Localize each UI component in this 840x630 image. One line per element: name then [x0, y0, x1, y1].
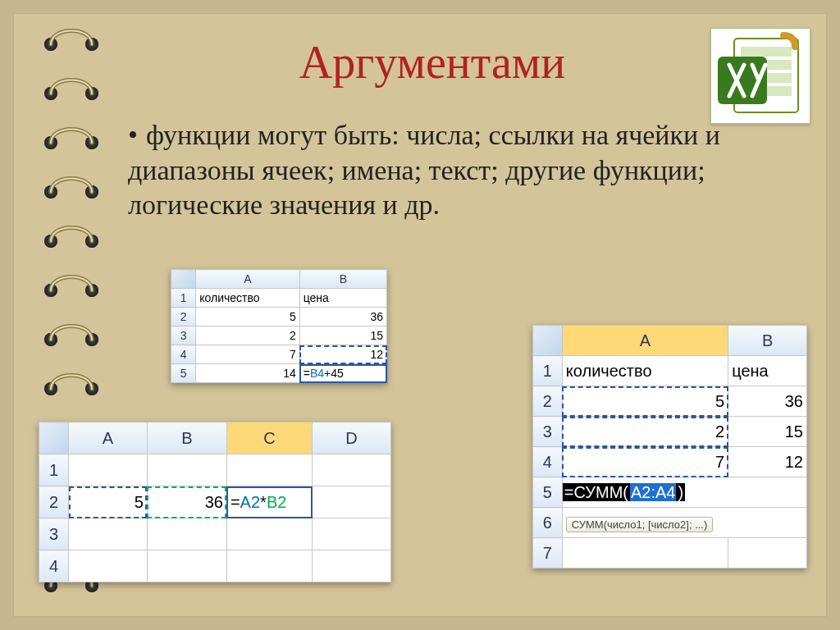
bullet-text: функции могут быть: числа; ссылки на яче… [128, 120, 720, 220]
select-all-corner [39, 422, 69, 454]
cell: 15 [728, 417, 807, 447]
cell [562, 538, 728, 568]
row-header: 3 [533, 417, 563, 447]
cell: цена [728, 356, 807, 386]
cell-referenced: 12 [299, 345, 386, 364]
cell [147, 518, 226, 550]
cell [313, 518, 391, 550]
cell-in-range: 7 [562, 447, 728, 477]
slide: // placeholder; rings drawn below static… [13, 13, 827, 617]
cell-in-range: 2 [562, 417, 728, 447]
cell-editing: =СУММ(A2:A4) [562, 477, 806, 508]
cell [226, 550, 312, 582]
tooltip-row: СУММ(число1; [число2]; ...) [562, 508, 806, 538]
cell [313, 454, 391, 486]
cell [147, 550, 226, 582]
column-header-A: A [69, 422, 148, 454]
cell [313, 550, 391, 582]
cell-referenced: 5 [69, 486, 148, 518]
cell: 15 [299, 326, 386, 345]
row-header: 2 [533, 386, 563, 417]
cell [313, 486, 391, 518]
row-header: 6 [533, 508, 563, 538]
bullet-marker: • [128, 118, 138, 153]
select-all-corner [171, 270, 196, 289]
function-tooltip: СУММ(число1; [число2]; ...) [566, 517, 714, 532]
cell: цена [299, 289, 386, 308]
row-header: 1 [39, 454, 69, 486]
bullet-item: •функции могут быть: числа; ссылки на яч… [128, 118, 794, 223]
column-header-C: C [226, 422, 312, 454]
cell-editing: =B4+45 [299, 364, 386, 383]
formula-fn: =СУММ( [563, 483, 630, 501]
cell [147, 454, 226, 486]
column-header-B: B [299, 270, 386, 289]
column-header-D: D [313, 422, 391, 454]
cell: 14 [196, 364, 299, 383]
row-header: 4 [171, 345, 196, 364]
column-header-A: A [562, 326, 728, 356]
cell [69, 454, 148, 486]
cell: 2 [196, 326, 299, 345]
formula-close: ) [676, 483, 685, 501]
cell: количество [196, 289, 299, 308]
column-header-B: B [728, 326, 807, 356]
cell: 7 [196, 345, 299, 364]
excel-screenshot-2: A B C D 1 2 5 36 =A2*B2 3 4 [39, 422, 391, 582]
excel-app-icon [710, 28, 810, 124]
row-header: 3 [39, 518, 69, 550]
row-header: 5 [171, 364, 196, 383]
cell [69, 550, 148, 582]
row-header: 4 [533, 447, 563, 477]
cell: количество [562, 356, 728, 386]
cell-referenced: 36 [147, 486, 226, 518]
excel-screenshot-1: A B 1 количество цена 2 5 36 3 2 15 4 7 [171, 269, 387, 383]
row-header: 1 [171, 289, 196, 308]
cell: 5 [196, 308, 299, 326]
cell [69, 518, 148, 550]
select-all-corner [533, 326, 563, 356]
cell-in-range: 5 [562, 386, 728, 417]
cell: 12 [728, 447, 807, 477]
formula-range: A2:A4 [630, 483, 676, 501]
row-header: 5 [533, 477, 563, 508]
row-header: 1 [533, 356, 563, 386]
row-header: 3 [171, 326, 196, 345]
slide-title: Аргументами [177, 36, 687, 89]
cell [226, 454, 312, 486]
column-header-B: B [147, 422, 226, 454]
svg-rect-1 [741, 47, 792, 57]
excel-screenshot-3: A B 1 количество цена 2 5 36 3 2 15 4 7 [532, 325, 807, 568]
column-header-A: A [196, 270, 299, 289]
cell-editing: =A2*B2 [226, 486, 312, 518]
row-header: 2 [171, 308, 196, 326]
cell [226, 518, 312, 550]
cell [728, 538, 807, 568]
row-header: 2 [39, 486, 69, 518]
row-header: 4 [39, 550, 69, 582]
row-header: 7 [533, 538, 563, 568]
cell: 36 [299, 308, 386, 326]
cell: 36 [728, 386, 807, 417]
